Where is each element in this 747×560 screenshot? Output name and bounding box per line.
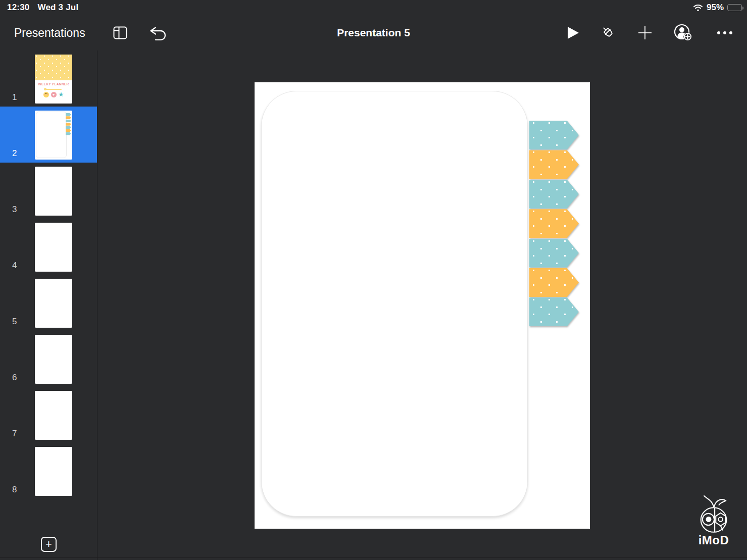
- mini-tab-1: [66, 113, 71, 116]
- mini-tab-7: [66, 132, 71, 135]
- mini-tab-6: [66, 129, 71, 132]
- slide-row-5[interactable]: 5: [0, 275, 97, 331]
- polkadot-tab-3[interactable]: [529, 180, 579, 209]
- star-icon: ★: [59, 92, 64, 97]
- slide-thumbnail-2[interactable]: [35, 111, 72, 160]
- tab-shape-wrap-6: [529, 268, 579, 297]
- tab-shape-wrap-1: [529, 121, 579, 149]
- battery-icon: [727, 4, 742, 11]
- imod-label: iMoD: [698, 533, 730, 547]
- slide-row-3[interactable]: 3: [0, 163, 97, 219]
- mini-tab-5: [66, 126, 71, 129]
- polkadot-tab-6[interactable]: [529, 268, 579, 297]
- add-slide-button[interactable]: +: [41, 537, 57, 552]
- bottom-divider: [0, 557, 747, 558]
- mini-tab-3: [66, 120, 71, 123]
- slide-row-7[interactable]: 7: [0, 387, 97, 443]
- slide-row-4[interactable]: 4: [0, 219, 97, 275]
- status-date: Wed 3 Jul: [37, 3, 78, 12]
- heart-icon: ♥: [51, 92, 57, 97]
- slide-thumbnail-5[interactable]: [35, 279, 72, 328]
- cover-title: WEEKY PLANNER: [35, 82, 72, 86]
- slide-navigator: 1 WEEKY PLANNER♥★ 2 3 4 5 6 7 8 +: [0, 50, 97, 560]
- wifi-icon: [693, 4, 703, 12]
- mini-tab-column: [66, 113, 71, 135]
- keynote-ipad-screen: 12:30Wed 3 Jul 95% Presentations: [0, 0, 747, 560]
- add-icon[interactable]: [637, 25, 653, 40]
- collaborate-icon[interactable]: [673, 23, 695, 42]
- tab-shape-wrap-5: [529, 239, 579, 268]
- battery-percent: 95%: [707, 3, 724, 13]
- cover-icons: ♥★: [35, 92, 72, 97]
- document-title: Presentation 5: [0, 27, 747, 39]
- slide-thumbnail-8[interactable]: [35, 447, 72, 496]
- toolbar: Presentations Presentation 5: [0, 15, 747, 50]
- slide-thumbnail-3[interactable]: [35, 167, 72, 216]
- slide-canvas[interactable]: [255, 82, 590, 529]
- slide-row-6[interactable]: 6: [0, 331, 97, 387]
- imod-logo-icon: [698, 495, 730, 534]
- slide-number: 6: [12, 373, 17, 383]
- slide-thumbnail-6[interactable]: [35, 335, 72, 384]
- format-brush-icon[interactable]: [600, 24, 617, 41]
- slide-number: 1: [12, 92, 17, 103]
- tab-column: [529, 121, 579, 327]
- slide-row-8[interactable]: 8: [0, 443, 97, 499]
- mini-planner-outline: [36, 112, 67, 158]
- slide-thumbnail-1[interactable]: WEEKY PLANNER♥★: [35, 55, 72, 104]
- slide-thumbnail-4[interactable]: [35, 223, 72, 272]
- cover-polkadot-header: [35, 55, 72, 80]
- slide-number: 7: [12, 429, 17, 439]
- polkadot-tab-2[interactable]: [529, 150, 579, 179]
- polkadot-tab-1[interactable]: [529, 121, 579, 149]
- status-bar: 12:30Wed 3 Jul 95%: [0, 0, 747, 15]
- imod-watermark: iMoD: [698, 495, 730, 547]
- slide-number: 2: [12, 148, 17, 159]
- play-icon[interactable]: [567, 26, 580, 40]
- polkadot-tab-4[interactable]: [529, 209, 579, 238]
- more-icon[interactable]: [717, 31, 732, 34]
- status-time: 12:30: [7, 3, 29, 12]
- slide-number: 8: [12, 485, 17, 495]
- tab-shape-wrap-2: [529, 150, 579, 179]
- tab-shape-wrap-4: [529, 209, 579, 238]
- slide-number: 4: [12, 261, 17, 271]
- slide-thumbnail-7[interactable]: [35, 391, 72, 440]
- tab-shape-wrap-7: [529, 297, 579, 326]
- slide-number: 5: [12, 317, 17, 327]
- polkadot-tab-5[interactable]: [529, 239, 579, 268]
- slide-row-1[interactable]: 1 WEEKY PLANNER♥★: [0, 50, 97, 107]
- status-time-date: 12:30Wed 3 Jul: [7, 3, 78, 13]
- mini-tab-4: [66, 123, 71, 126]
- cover-divider: [45, 89, 62, 90]
- emoji-face-icon: [43, 92, 49, 97]
- mini-tab-2: [66, 116, 71, 119]
- slide-number: 3: [12, 205, 17, 215]
- planner-card-shape[interactable]: [261, 91, 528, 517]
- slide-row-2[interactable]: 2: [0, 107, 97, 163]
- tab-shape-wrap-3: [529, 180, 579, 209]
- polkadot-tab-7[interactable]: [529, 297, 579, 326]
